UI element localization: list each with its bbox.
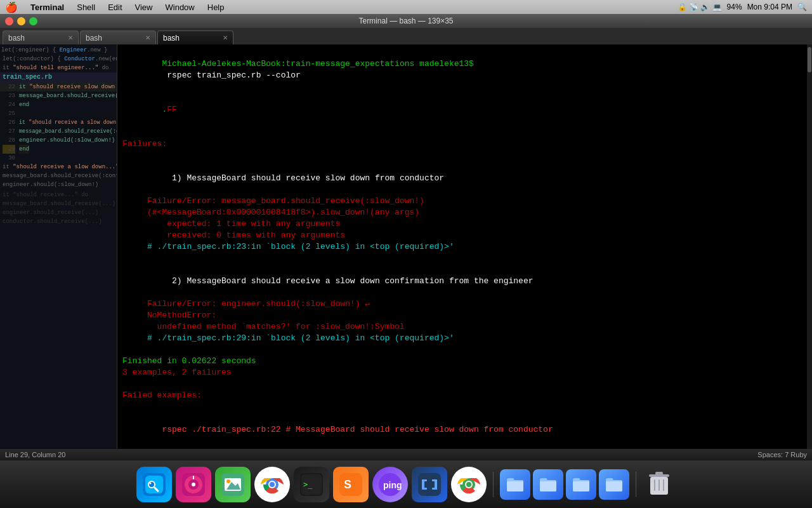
minimize-button[interactable] <box>17 17 25 25</box>
scrollbar-thumb[interactable] <box>808 47 811 72</box>
maximize-button[interactable] <box>29 17 37 25</box>
svg-point-4 <box>150 483 152 485</box>
failures-header: Failures: <box>122 138 802 150</box>
menubar-help[interactable]: Help <box>205 3 227 12</box>
menubar-window[interactable]: Window <box>163 3 197 12</box>
svg-rect-42 <box>663 479 664 491</box>
dock-folder-2[interactable] <box>533 469 563 500</box>
failed-example-2: rspec ./train_spec.rb:27 # MessageBoard … <box>122 447 802 449</box>
tab-label-3: bash <box>163 34 180 43</box>
menubar-edit[interactable]: Edit <box>105 3 124 12</box>
dock-itunes[interactable] <box>176 467 211 502</box>
failure-2-detail: undefined method `matches?' for :slow_do… <box>122 321 802 333</box>
dock-terminal-app[interactable]: >_ <box>294 467 329 502</box>
status-right: Spaces: 7 Ruby <box>757 451 807 458</box>
search-icon[interactable]: 🔍 <box>797 3 807 11</box>
failure-1-error: Failure/Error: message_board.should_rece… <box>122 196 802 207</box>
terminal-content: let(:engineer) { Engineer.new } let(:con… <box>0 44 812 449</box>
svg-rect-26 <box>418 473 441 496</box>
svg-rect-10 <box>193 476 194 479</box>
main-terminal[interactable]: Michael-Adelekes-MacBook:train-message_e… <box>117 44 807 449</box>
dock-trash[interactable] <box>643 468 676 501</box>
svg-point-9 <box>192 483 195 486</box>
dock-folder-3[interactable] <box>566 469 596 500</box>
svg-rect-32 <box>432 488 437 490</box>
terminal-prompt-line: Michael-Adelekes-MacBook:train-message_e… <box>122 47 802 93</box>
terminal-window: Terminal — bash — 139×35 bash ✕ bash ✕ b… <box>0 14 812 460</box>
failure-1-detail: (#<MessageBoard:0x000001008418f8>).slow_… <box>122 207 802 218</box>
menubar-view[interactable]: View <box>133 3 155 12</box>
tab-label-1: bash <box>8 34 25 43</box>
dock-folder-group <box>500 469 629 500</box>
tab-bash-3[interactable]: bash ✕ <box>157 30 233 44</box>
svg-rect-29 <box>422 479 427 481</box>
scrollbar[interactable] <box>807 44 812 449</box>
menubar-icons: 🔒 📡 🔊 💻 <box>678 3 722 11</box>
command-text: rspec train_spec.rb --color <box>162 70 300 80</box>
failed-example-1: rspec ./train_spec.rb:22 # MessageBoard … <box>122 413 802 447</box>
failure-1-title: 1) MessageBoard should receive slow down… <box>122 161 802 196</box>
svg-point-14 <box>226 479 230 483</box>
failed-examples-header: Failed examples: <box>122 390 802 401</box>
failure-1-location: # ./train_spec.rb:23:in `block (2 levels… <box>122 241 802 253</box>
tabs-bar: bash ✕ bash ✕ bash ✕ <box>0 28 812 44</box>
failure-2-title: 2) MessageBoard should receive a slow do… <box>122 264 802 298</box>
svg-rect-31 <box>432 479 437 481</box>
close-button[interactable] <box>5 17 13 25</box>
failure-1-expected: expected: 1 time with any arguments <box>122 218 802 230</box>
svg-text:S: S <box>344 478 351 491</box>
failure-2-error: Failure/Error: engineer.should(:slow_dow… <box>122 298 802 310</box>
battery-percent: 94% <box>727 3 742 11</box>
output-dff: .FF <box>122 93 802 127</box>
failure-2-nomethoderror: NoMethodError: <box>122 310 802 321</box>
svg-text:>_: >_ <box>303 480 313 489</box>
failure-1-received: received: 0 times with any arguments <box>122 230 802 241</box>
svg-point-36 <box>466 482 471 487</box>
menubar-right: 🔒 📡 🔊 💻 94% Mon 9:04 PM 🔍 <box>678 3 807 11</box>
dock-folder-4[interactable] <box>599 469 629 500</box>
dock-brackets[interactable] <box>412 467 447 502</box>
titlebar: Terminal — bash — 139×35 <box>0 14 812 28</box>
tab-label-2: bash <box>86 34 102 43</box>
tab-close-2[interactable]: ✕ <box>145 34 150 41</box>
finished-line: Finished in 0.02622 seconds <box>122 356 802 367</box>
tab-bash-2[interactable]: bash ✕ <box>80 30 156 44</box>
tab-close-3[interactable]: ✕ <box>223 34 228 41</box>
apple-menu-icon[interactable]: 🍎 <box>5 1 18 13</box>
svg-text:ping: ping <box>383 480 402 490</box>
dock-finder[interactable] <box>136 467 172 502</box>
status-bar: Line 29, Column 20 Spaces: 7 Ruby <box>0 449 812 460</box>
menubar: 🍎 Terminal Shell Edit View Window Help 🔒… <box>0 0 812 14</box>
tab-close-1[interactable]: ✕ <box>68 34 73 41</box>
dock-separator <box>493 472 494 497</box>
svg-rect-41 <box>658 479 660 491</box>
svg-rect-40 <box>654 479 655 491</box>
svg-point-18 <box>270 482 275 487</box>
dock-preview[interactable] <box>215 467 251 502</box>
examples-summary: 3 examples, 2 failures <box>122 367 802 378</box>
window-title: Terminal — bash — 139×35 <box>358 17 453 25</box>
dock: >_ S ping <box>0 460 812 508</box>
dock-chrome[interactable] <box>254 467 290 502</box>
tab-bash-1[interactable]: bash ✕ <box>3 30 79 44</box>
dock-chrome-2[interactable] <box>451 467 487 502</box>
prompt-text: Michael-Adelekes-MacBook:train-message_e… <box>162 59 473 69</box>
menubar-shell[interactable]: Shell <box>74 3 98 12</box>
menubar-terminal[interactable]: Terminal <box>28 3 67 12</box>
window-controls <box>5 17 37 25</box>
dock-folder-1[interactable] <box>500 469 530 500</box>
svg-rect-38 <box>655 472 663 475</box>
menubar-clock: Mon 9:04 PM <box>747 3 792 11</box>
dock-sublime-text[interactable]: S <box>333 467 369 502</box>
svg-rect-30 <box>422 488 427 490</box>
code-panel: let(:engineer) { Engineer.new } let(:con… <box>0 44 117 449</box>
dock-separator-2 <box>636 472 636 497</box>
status-position: Line 29, Column 20 <box>5 451 65 458</box>
failure-2-location: # ./train_spec.rb:29:in `block (2 levels… <box>122 333 802 344</box>
dock-pinger[interactable]: ping <box>372 467 408 502</box>
